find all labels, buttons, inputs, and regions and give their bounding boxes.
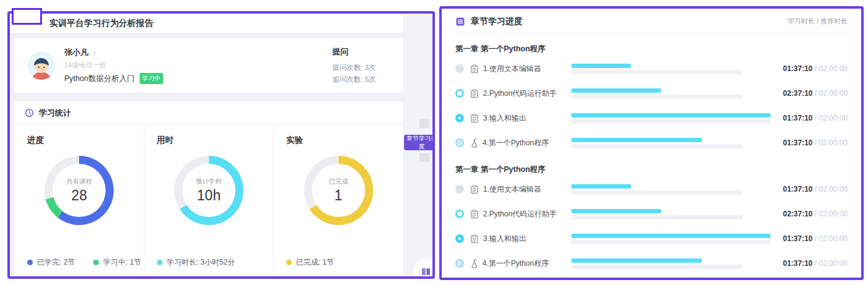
chapter-section: 第一章 第一个Python程序1.使用文本编辑器01:37:10 / 02:00… (455, 44, 848, 155)
status-circle (455, 138, 464, 147)
student-name: 张小凡 (64, 48, 88, 57)
donut-center-value: 28 (72, 187, 88, 204)
qa-title: 提问 (332, 46, 389, 57)
recommended-duration-bar (571, 190, 743, 195)
report-title: 实训平台学习行为分析报告 (49, 18, 153, 29)
study-duration-bar (571, 88, 661, 93)
legend-dot (157, 260, 162, 265)
chapter-row[interactable]: 1.使用文本编辑器01:37:10 / 02:00:00 (455, 177, 848, 202)
legend-label: 学习时长: 3小时52分 (167, 257, 235, 268)
chapter-label: 4.第一个Python程序 (482, 258, 549, 269)
study-duration-bar (571, 184, 631, 189)
chapter-row[interactable]: 4.第一个Python程序01:37:10 / 02:00:00 (455, 251, 848, 276)
study-duration-bar (571, 64, 631, 68)
student-name-row[interactable]: 张小凡 › (64, 47, 332, 58)
legend-dot (27, 260, 33, 265)
duration-bars (571, 184, 743, 195)
recommended-duration-bar (571, 240, 770, 244)
assistant-button[interactable] (413, 258, 435, 279)
chapter-row[interactable]: 3.输入和输出01:37:10 / 02:00:00 (455, 106, 848, 130)
chapter-row[interactable]: 2.Python代码运行助手02:37:10 / 02:00:00 (455, 202, 848, 226)
chapter-progress-button[interactable]: 章节学习进度 (404, 135, 435, 150)
chapter-panel-header: 章节学习进度 学习时长 / 推荐时长 (455, 9, 848, 35)
scroll-square-top[interactable] (419, 119, 429, 128)
duration-bars (571, 258, 743, 269)
time-text: 02:37:10 / 02:00:00 (783, 89, 848, 98)
time-column: 用时 预计学时 10h 学习时长: 3小时52分 (144, 125, 274, 276)
status-circle (455, 64, 464, 73)
status-circle (455, 210, 464, 218)
legend-label: 学习中: 1节 (103, 257, 141, 268)
course-name: Python数据分析入门 (64, 74, 135, 84)
chapter-progress-panel: 章节学习进度 学习时长 / 推荐时长 第一章 第一个Python程序1.使用文本… (439, 6, 864, 280)
column-label: 用时 (157, 135, 274, 146)
time-text: 01:37:10 / 02:00:00 (783, 114, 848, 122)
annotation-box (12, 8, 42, 25)
section-title: 第一章 第一个Python程序 (455, 44, 848, 54)
chapter-row[interactable]: 4.第一个Python程序01:37:10 / 02:00:00 (455, 130, 848, 155)
student-class: 14级电信一班 (64, 61, 332, 70)
donut-center-value: 10h (197, 187, 221, 204)
clock-icon (25, 108, 34, 117)
chapter-label: 3.输入和输出 (483, 234, 526, 244)
donut-center-label: 共有课程 (66, 177, 92, 186)
study-duration-bar (571, 138, 702, 142)
legend-label: 已学完: 2节 (37, 257, 75, 268)
donut-center-value: 1 (334, 187, 342, 204)
experiment-column: 实验 已完成 1 已完成: 1节 (273, 125, 403, 276)
clipboard-icon (470, 210, 479, 219)
clipboard-icon (470, 234, 479, 244)
recommended-duration-bar (571, 144, 743, 148)
flask-icon (470, 138, 478, 148)
side-strip: 章节学习进度 (403, 14, 432, 276)
duration-bars (571, 113, 770, 124)
chapter-row[interactable]: 2.Python代码运行助手02:37:10 / 02:00:00 (455, 81, 848, 106)
report-header: 实训平台学习行为分析报告 (10, 14, 403, 33)
donut-center-label: 预计学时 (196, 177, 222, 186)
legend-dot (93, 260, 99, 265)
recommended-duration-bar (571, 70, 743, 74)
chapter-row[interactable]: 1.使用文本编辑器01:37:10 / 02:00:00 (455, 56, 848, 81)
clipboard-icon (470, 185, 479, 194)
time-text: 01:37:10 / 02:00:00 (783, 138, 848, 147)
clipboard-icon (470, 64, 479, 74)
time-text: 01:37:10 / 02:00:00 (783, 259, 848, 268)
experiment-donut-chart: 已完成 1 (304, 156, 373, 225)
recommended-duration-bar (571, 215, 743, 219)
scroll-square-bottom[interactable] (419, 153, 429, 162)
status-circle (455, 234, 464, 243)
status-circle (455, 114, 464, 122)
time-donut-chart: 预计学时 10h (174, 156, 243, 225)
time-text: 01:37:10 / 02:00:00 (783, 64, 848, 73)
column-label: 实验 (286, 135, 403, 146)
recommended-duration-bar (571, 119, 770, 124)
time-text: 02:37:10 / 02:00:00 (783, 210, 848, 218)
legend-item: 已完成: 1节 (286, 257, 334, 268)
legend-label: 已完成: 1节 (296, 257, 334, 268)
chapter-row[interactable]: 3.输入和输出01:37:10 / 02:00:00 (455, 226, 848, 251)
chapter-panel-title: 章节学习进度 (471, 16, 523, 27)
study-duration-bar (571, 234, 770, 238)
recommended-duration-bar (571, 265, 743, 269)
chapter-sections: 第一章 第一个Python程序1.使用文本编辑器01:37:10 / 02:00… (455, 44, 848, 276)
legend-item: 已学完: 2节 (27, 257, 75, 268)
report-panel: 实训平台学习行为分析报告 张小凡 › (7, 11, 435, 279)
progress-donut-chart: 共有课程 28 (44, 156, 114, 225)
study-duration-bar (571, 258, 702, 263)
status-circle (455, 89, 464, 98)
legend-dot (286, 260, 292, 265)
time-text: 01:37:10 / 02:00:00 (783, 234, 848, 243)
duration-legend: 学习时长 / 推荐时长 (788, 17, 848, 26)
time-text: 01:37:10 / 02:00:00 (783, 185, 848, 194)
status-circle (455, 185, 464, 194)
chapter-section: 第一章 第一个Python程序1.使用文本编辑器01:37:10 / 02:00… (455, 164, 848, 276)
duration-bars (571, 209, 743, 219)
chapter-label: 4.第一个Python程序 (482, 138, 549, 148)
section-title: 第一章 第一个Python程序 (455, 164, 848, 175)
progress-column: 进度 共有课程 28 已学完: 2节 (15, 125, 144, 276)
duration-bars (571, 138, 743, 148)
status-circle (455, 259, 464, 268)
learning-stats-card: 学习统计 进度 共有课程 28 (15, 101, 403, 276)
chapter-label: 2.Python代码运行助手 (483, 88, 557, 99)
duration-bars (571, 234, 770, 244)
